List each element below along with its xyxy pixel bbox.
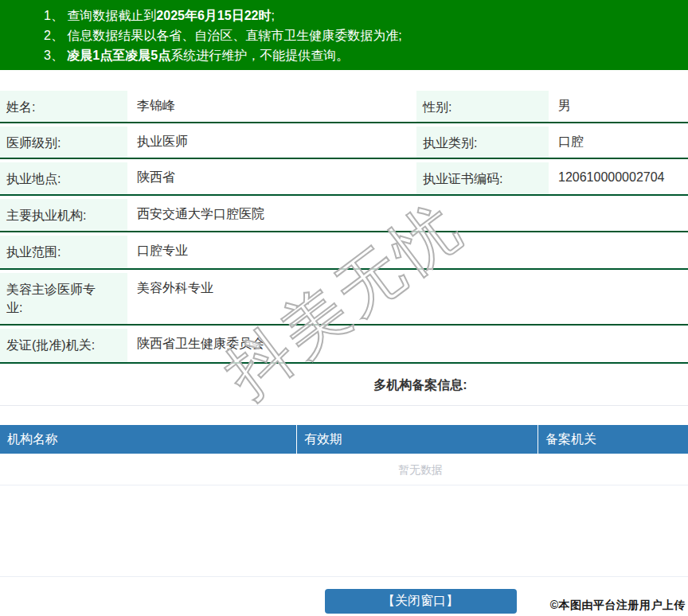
spacer xyxy=(0,406,688,425)
practice-location-label: 执业地点: xyxy=(0,162,127,194)
notice-line-2: 2、 信息数据结果以各省、自治区、直辖市卫生健康委数据为准; xyxy=(44,25,688,45)
practice-location-value: 陕西省 xyxy=(127,159,416,194)
cosmetic-specialty-label: 美容主诊医师专业: xyxy=(0,273,127,324)
multi-org-section-title: 多机构备案信息: xyxy=(0,364,688,406)
spacer xyxy=(0,70,688,88)
practice-scope-value: 口腔专业 xyxy=(127,232,688,268)
notice-text-bold: 凌晨1点至凌晨5点 xyxy=(67,49,170,62)
certificate-number-label: 执业证书编码: xyxy=(416,162,549,194)
notice-text-bold: 2025年6月15日22时 xyxy=(156,9,271,22)
table-row-issuer: 发证(批准)机关: 陕西省卫生健康委员会 xyxy=(0,326,688,364)
table-row-level-category: 医师级别: 执业医师 执业类别: 口腔 xyxy=(0,123,688,159)
cosmetic-specialty-value: 美容外科专业 xyxy=(127,270,688,324)
table-row-name-gender: 姓名: 李锦峰 性别: 男 xyxy=(0,88,688,123)
column-header-org-name: 机构名称 xyxy=(0,425,297,454)
gender-value: 男 xyxy=(549,88,688,122)
table-row-location-cert: 执业地点: 陕西省 执业证书编码: 120610000002704 xyxy=(0,159,688,196)
notice-number: 1、 xyxy=(44,9,64,22)
issuing-authority-value: 陕西省卫生健康委员会 xyxy=(127,326,688,362)
notice-number: 3、 xyxy=(44,49,64,62)
notice-line-3: 3、 凌晨1点至凌晨5点系统进行维护，不能提供查询。 xyxy=(44,45,688,65)
notice-text: 查询数据截止到 xyxy=(67,9,156,22)
name-value: 李锦峰 xyxy=(127,88,416,122)
table-row-scope: 执业范围: 口腔专业 xyxy=(0,232,688,270)
doctor-level-label: 医师级别: xyxy=(0,127,127,158)
table-row-cosmetic-specialty: 美容主诊医师专业: 美容外科专业 xyxy=(0,270,688,326)
main-org-value: 西安交通大学口腔医院 xyxy=(127,196,688,231)
multi-org-table-header: 机构名称 有效期 备案机关 xyxy=(0,425,688,454)
name-label: 姓名: xyxy=(0,91,127,122)
practice-category-label: 执业类别: xyxy=(416,127,549,158)
license-query-result-page: 1、 查询数据截止到2025年6月15日22时; 2、 信息数据结果以各省、自治… xyxy=(0,0,688,616)
certificate-number-value: 120610000002704 xyxy=(549,159,688,194)
close-window-button[interactable]: 【关闭窗口】 xyxy=(325,589,517,614)
empty-table-body xyxy=(0,485,688,577)
practice-scope-label: 执业范围: xyxy=(0,236,127,268)
doctor-level-value: 执业医师 xyxy=(127,123,416,158)
practitioner-info-table: 姓名: 李锦峰 性别: 男 医师级别: 执业医师 执业类别: 口腔 执业地点: … xyxy=(0,88,688,364)
notice-text: 系统进行维护，不能提供查询。 xyxy=(170,49,349,62)
notice-number: 2、 xyxy=(44,29,64,42)
notice-text: 信息数据结果以各省、自治区、直辖市卫生健康委数据为准; xyxy=(67,29,401,42)
notice-text: ; xyxy=(271,9,274,22)
practice-category-value: 口腔 xyxy=(549,123,688,158)
empty-data-text: 暂无数据 xyxy=(0,454,688,485)
notice-banner: 1、 查询数据截止到2025年6月15日22时; 2、 信息数据结果以各省、自治… xyxy=(0,0,688,70)
column-header-record-authority: 备案机关 xyxy=(538,425,688,454)
main-org-label: 主要执业机构: xyxy=(0,199,127,231)
issuing-authority-label: 发证(批准)机关: xyxy=(0,329,127,362)
table-row-main-org: 主要执业机构: 西安交通大学口腔医院 xyxy=(0,196,688,232)
copyright-watermark: ©本图由平台注册用户上传 xyxy=(550,598,686,613)
gender-label: 性别: xyxy=(416,91,549,122)
page-content: 1、 查询数据截止到2025年6月15日22时; 2、 信息数据结果以各省、自治… xyxy=(0,0,688,614)
notice-line-1: 1、 查询数据截止到2025年6月15日22时; xyxy=(44,6,688,25)
column-header-validity: 有效期 xyxy=(297,425,538,454)
